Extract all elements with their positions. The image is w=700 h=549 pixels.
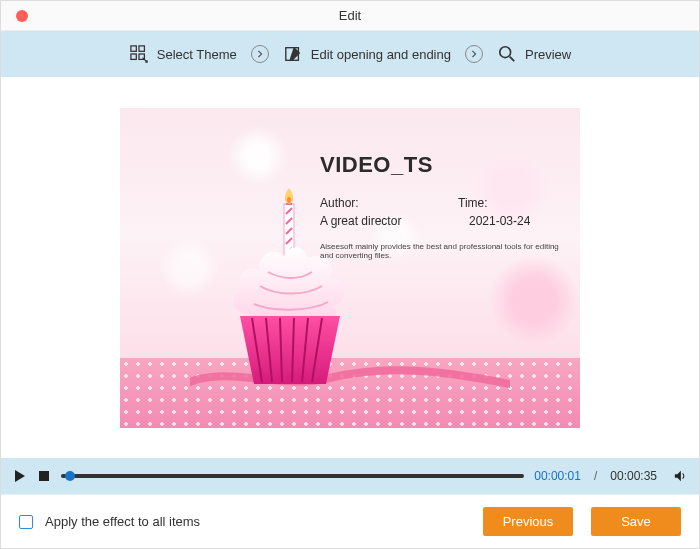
video-text-overlay: VIDEO_TS Author: Time: A great director … — [320, 152, 570, 260]
titlebar: Edit — [1, 1, 699, 31]
svg-rect-0 — [131, 46, 136, 51]
time-label: Time: — [458, 196, 548, 210]
current-time: 00:00:01 — [534, 469, 581, 483]
step-select-theme[interactable]: Select Theme — [129, 44, 237, 64]
time-value: 2021-03-24 — [469, 214, 570, 228]
preview-area: VIDEO_TS Author: Time: A great director … — [1, 77, 699, 458]
apply-all-checkbox[interactable] — [19, 515, 33, 529]
save-button[interactable]: Save — [591, 507, 681, 536]
author-label: Author: — [320, 196, 410, 210]
total-time: 00:00:35 — [610, 469, 657, 483]
apply-all-label: Apply the effect to all items — [45, 514, 471, 529]
step-edit-opening[interactable]: Edit opening and ending — [283, 44, 451, 64]
author-value: A great director — [320, 214, 421, 228]
step-label: Edit opening and ending — [311, 47, 451, 62]
player-controls: 00:00:01 / 00:00:35 — [1, 458, 699, 494]
time-separator: / — [594, 469, 597, 483]
slider-thumb[interactable] — [65, 471, 75, 481]
magnify-icon — [497, 44, 517, 64]
step-label: Preview — [525, 47, 571, 62]
stop-button[interactable] — [37, 469, 51, 483]
footer: Apply the effect to all items Previous S… — [1, 494, 699, 548]
svg-rect-8 — [39, 471, 49, 481]
play-button[interactable] — [13, 469, 27, 483]
progress-slider[interactable] — [61, 474, 524, 478]
chevron-right-icon — [251, 45, 269, 63]
svg-point-5 — [500, 47, 511, 58]
svg-rect-2 — [131, 54, 136, 59]
video-tagline: Aiseesoft mainly provides the best and p… — [320, 242, 570, 260]
video-preview: VIDEO_TS Author: Time: A great director … — [120, 108, 580, 428]
window-title: Edit — [1, 8, 699, 23]
svg-point-7 — [287, 197, 291, 203]
previous-button[interactable]: Previous — [483, 507, 573, 536]
edit-square-icon — [283, 44, 303, 64]
volume-icon[interactable] — [673, 469, 687, 483]
svg-rect-1 — [139, 46, 144, 51]
step-preview[interactable]: Preview — [497, 44, 571, 64]
step-bar: Select Theme Edit opening and ending Pre… — [1, 31, 699, 77]
chevron-right-icon — [465, 45, 483, 63]
edit-window: Edit Select Theme Edit opening and endin… — [0, 0, 700, 549]
step-label: Select Theme — [157, 47, 237, 62]
video-title: VIDEO_TS — [320, 152, 570, 178]
theme-grid-icon — [129, 44, 149, 64]
close-icon[interactable] — [16, 10, 28, 22]
